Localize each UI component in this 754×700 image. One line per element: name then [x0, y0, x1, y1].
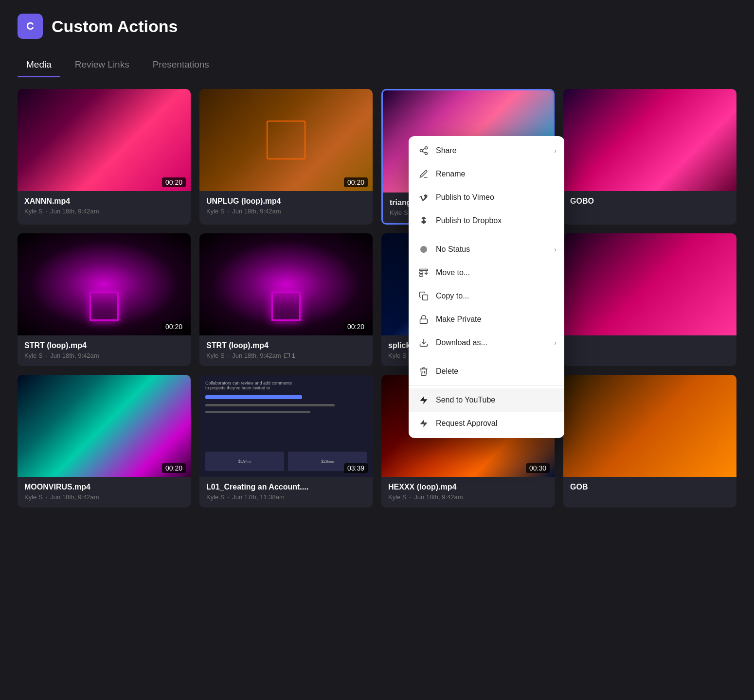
duration-badge: 00:30 — [526, 463, 550, 473]
menu-item-label: Publish to Dropbox — [436, 216, 502, 225]
share-icon — [418, 145, 429, 156]
menu-item-move-to[interactable]: Move to... — [409, 261, 564, 284]
header: C Custom Actions — [0, 0, 754, 52]
duration-badge: 00:20 — [344, 177, 368, 187]
menu-item-label: Make Private — [436, 315, 481, 324]
menu-item-label: Copy to... — [436, 292, 469, 300]
media-name: MOONVIRUS.mp4 — [24, 483, 184, 491]
media-card-strt2[interactable]: 00:20 STRT (loop).mp4 Kyle S · Jun 18th,… — [199, 233, 373, 366]
tabs-bar: Media Review Links Presentations — [0, 52, 754, 77]
menu-item-publish-vimeo[interactable]: Publish to Vimeo — [409, 186, 564, 209]
media-card-partial-r2[interactable] — [563, 233, 736, 366]
thumb-gob — [563, 89, 736, 191]
media-card-l01[interactable]: Collaborators can review and add comment… — [199, 375, 373, 508]
menu-divider-3 — [409, 385, 564, 386]
media-card-xannn[interactable]: 00:20 XANNN.mp4 Kyle S · Jun 18th, 9:42a… — [18, 89, 191, 225]
duration-badge: 03:39 — [344, 463, 368, 473]
menu-item-label: Rename — [436, 170, 465, 178]
media-meta: Kyle S · Jun 17th, 11:38am — [206, 493, 366, 501]
duration-badge: 00:20 — [162, 463, 186, 473]
svg-rect-7 — [420, 319, 428, 323]
tab-presentations[interactable]: Presentations — [144, 52, 218, 77]
thumb-l01: Collaborators can review and add comment… — [199, 375, 373, 477]
menu-item-send-youtube[interactable]: Send to YouTube — [409, 388, 564, 412]
download-icon — [418, 337, 429, 348]
media-card-partial-r3[interactable]: GOB — [563, 375, 736, 508]
media-name: STRT (loop).mp4 — [24, 341, 184, 350]
tab-review-links[interactable]: Review Links — [66, 52, 138, 77]
svg-line-0 — [422, 151, 425, 153]
dropbox-icon — [418, 215, 429, 226]
media-name: XANNN.mp4 — [24, 197, 184, 206]
thumb-strt2: 00:20 — [199, 233, 373, 335]
menu-item-label: No Status — [436, 245, 470, 254]
media-card-unplug[interactable]: 00:20 UNPLUG (loop).mp4 Kyle S · Jun 18t… — [199, 89, 373, 225]
media-name: UNPLUG (loop).mp4 — [206, 197, 366, 206]
media-name: GOBO — [570, 197, 730, 206]
menu-item-label: Delete — [436, 367, 458, 376]
media-meta: Kyle S · Jun 18th, 9:42am — [24, 493, 184, 501]
menu-item-label: Move to... — [436, 268, 470, 277]
media-card-moonvirus[interactable]: 00:20 MOONVIRUS.mp4 Kyle S · Jun 18th, 9… — [18, 375, 191, 508]
media-name: STRT (loop).mp4 — [206, 341, 366, 350]
media-name: GOB — [570, 483, 730, 491]
rename-icon — [418, 169, 429, 179]
thumb-moonvirus: 00:20 — [18, 375, 191, 477]
svg-marker-10 — [420, 420, 428, 428]
app-icon: C — [18, 14, 43, 39]
media-card-gobo-partial[interactable]: GOBO — [563, 89, 736, 225]
comment-count: 1 — [284, 352, 295, 359]
media-meta: Kyle S · Jun 18th, 9:42am — [388, 493, 548, 501]
lock-icon — [418, 314, 429, 325]
media-meta: Kyle S · Jun 18th, 9:42am — [24, 352, 184, 359]
bolt-icon — [418, 395, 429, 405]
svg-rect-6 — [423, 295, 428, 300]
menu-item-delete[interactable]: Delete — [409, 360, 564, 383]
menu-item-publish-dropbox[interactable]: Publish to Dropbox — [409, 209, 564, 232]
chevron-right-icon: › — [554, 339, 557, 347]
media-meta: Kyle S · Jun 18th, 9:42am 1 — [206, 352, 366, 359]
svg-marker-9 — [420, 396, 428, 404]
menu-item-label: Publish to Vimeo — [436, 193, 494, 202]
duration-badge: 00:20 — [162, 177, 186, 187]
move-icon — [418, 267, 429, 278]
bolt2-icon — [418, 418, 429, 429]
svg-rect-4 — [420, 275, 423, 276]
media-name: HEXXX (loop).mp4 — [388, 483, 548, 491]
menu-item-request-approval[interactable]: Request Approval — [409, 412, 564, 435]
menu-item-label: Request Approval — [436, 419, 497, 428]
media-card-strt1[interactable]: 00:20 STRT (loop).mp4 Kyle S · Jun 18th,… — [18, 233, 191, 366]
app-title: Custom Actions — [52, 17, 178, 36]
duration-badge: 00:20 — [344, 322, 368, 332]
thumb-unplug: 00:20 — [199, 89, 373, 191]
duration-badge: 00:20 — [162, 322, 186, 332]
status-icon — [418, 244, 429, 255]
menu-item-rename[interactable]: Rename — [409, 162, 564, 186]
menu-item-share[interactable]: Share › — [409, 139, 564, 162]
svg-rect-2 — [420, 269, 428, 271]
menu-item-download-as[interactable]: Download as... › — [409, 331, 564, 354]
trash-icon — [418, 366, 429, 377]
menu-item-label: Share — [436, 146, 457, 155]
tab-media[interactable]: Media — [18, 52, 60, 77]
thumb-xannn: 00:20 — [18, 89, 191, 191]
media-meta: Kyle S · Jun 18th, 9:42am — [24, 208, 184, 215]
menu-divider-2 — [409, 357, 564, 357]
menu-item-no-status[interactable]: No Status › — [409, 238, 564, 261]
context-menu: Share › Rename Publish to Vimeo Publish … — [409, 136, 564, 438]
menu-item-label: Download as... — [436, 338, 487, 347]
menu-item-make-private[interactable]: Make Private — [409, 308, 564, 331]
media-grid: 00:20 XANNN.mp4 Kyle S · Jun 18th, 9:42a… — [0, 77, 754, 519]
media-meta: Kyle S · Jun 18th, 9:42am — [206, 208, 366, 215]
svg-line-1 — [422, 148, 425, 150]
copy-icon — [418, 291, 429, 301]
menu-divider-1 — [409, 235, 564, 235]
chevron-right-icon: › — [554, 245, 557, 253]
menu-item-copy-to[interactable]: Copy to... — [409, 284, 564, 308]
vimeo-icon — [418, 192, 429, 203]
thumb-strt1: 00:20 — [18, 233, 191, 335]
menu-item-label: Send to YouTube — [436, 396, 495, 404]
chevron-right-icon: › — [554, 147, 557, 155]
svg-rect-3 — [420, 272, 423, 273]
media-name: L01_Creating an Account.... — [206, 483, 366, 491]
